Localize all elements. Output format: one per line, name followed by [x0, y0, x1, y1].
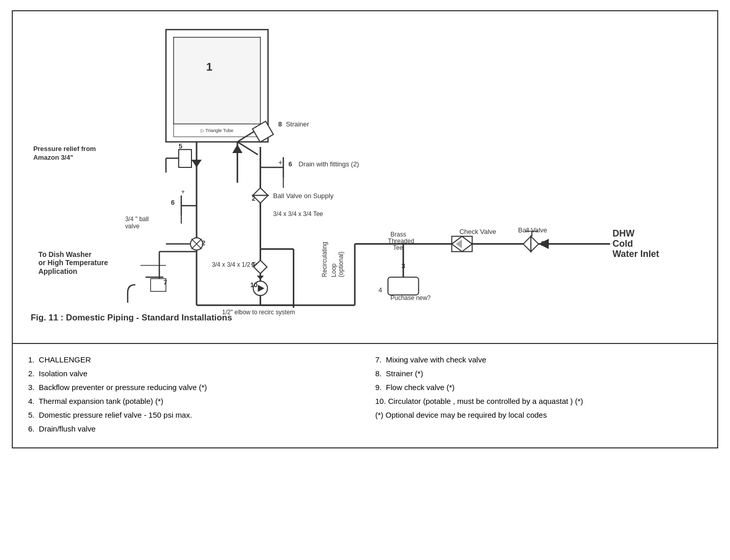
- svg-text:Amazon 3/4": Amazon 3/4": [33, 154, 73, 161]
- svg-marker-6: [191, 160, 202, 167]
- svg-marker-68: [257, 275, 264, 279]
- svg-text:Cold: Cold: [613, 239, 633, 249]
- svg-text:Ball Valve on Supply: Ball Valve on Supply: [273, 192, 334, 200]
- svg-text:Puchase new?: Puchase new?: [391, 294, 431, 301]
- item-num: (*): [375, 411, 385, 419]
- list-item: 7. Mixing valve with check valve: [375, 354, 702, 365]
- svg-text:Check Valve: Check Valve: [459, 228, 496, 235]
- item-num: 3.: [28, 383, 39, 392]
- svg-text:+: +: [181, 188, 185, 196]
- svg-text:Application: Application: [38, 267, 77, 275]
- item-text: Mixing valve with check valve: [386, 355, 486, 364]
- svg-marker-91: [531, 236, 539, 252]
- svg-text:Strainer: Strainer: [286, 120, 309, 128]
- svg-text:To Dish Washer: To Dish Washer: [38, 250, 92, 259]
- list-item: 9. Flow check valve (*): [375, 382, 702, 393]
- list-item: 5. Domestic pressure relief valve - 150 …: [28, 410, 355, 420]
- svg-rect-1: [174, 37, 260, 124]
- svg-text:5: 5: [179, 142, 182, 150]
- legend-right: 7. Mixing valve with check valve 8. Stra…: [375, 354, 702, 437]
- item-text: Flow check valve (*): [386, 383, 455, 392]
- svg-text:+: +: [278, 158, 283, 166]
- list-item: 6. Drain/flush valve: [28, 423, 355, 434]
- svg-text:7: 7: [163, 278, 167, 286]
- diagram-section: ▷ Triangle Tube 1 8 Strainer: [13, 11, 717, 344]
- svg-text:Drain with fittings (2): Drain with fittings (2): [298, 160, 359, 168]
- svg-text:Loop: Loop: [330, 263, 337, 277]
- svg-text:3/4 x 3/4 x 3/4 Tee: 3/4 x 3/4 x 3/4 Tee: [273, 210, 324, 218]
- svg-text:Threaded: Threaded: [388, 238, 414, 245]
- item-text: Optional device may be required by local…: [385, 411, 547, 419]
- item-text: CHALLENGER: [39, 355, 91, 364]
- svg-text:or High Temperature: or High Temperature: [38, 259, 108, 267]
- svg-text:Pressure relief from: Pressure relief from: [33, 145, 96, 153]
- item-text: Drain/flush valve: [39, 424, 96, 433]
- list-item: (*) Optional device may be required by l…: [375, 410, 702, 420]
- svg-text:Fig. 11  : Domestic Piping - S: Fig. 11 : Domestic Piping - Standard Ins…: [31, 313, 232, 322]
- svg-marker-90: [523, 236, 531, 252]
- list-item: 10. Circulator (potable , must be contro…: [375, 396, 702, 406]
- item-text: Circulator (potable , must be controlled…: [388, 397, 583, 405]
- legend-left: 1. CHALLENGER 2. Isolation valve 3. Back…: [28, 354, 355, 437]
- svg-text:valve: valve: [125, 223, 139, 230]
- svg-text:Recirculating: Recirculating: [321, 242, 328, 277]
- item-num: 6.: [28, 424, 39, 433]
- item-num: 5.: [28, 411, 39, 419]
- svg-text:▷ Triangle Tube: ▷ Triangle Tube: [201, 128, 233, 133]
- svg-text:3/4 " ball: 3/4 " ball: [125, 216, 148, 223]
- item-text: Thermal expansion tank (potable) (*): [39, 397, 163, 405]
- list-item: 8. Strainer (*): [375, 368, 702, 379]
- svg-text:1/2" elbow to recirc system: 1/2" elbow to recirc system: [222, 309, 295, 316]
- svg-text:2: 2: [252, 195, 255, 202]
- item-text: Backflow preventer or pressure reducing …: [39, 383, 207, 392]
- svg-text:Tee: Tee: [393, 244, 403, 251]
- svg-rect-79: [388, 277, 419, 295]
- piping-diagram: ▷ Triangle Tube 1 8 Strainer: [23, 21, 707, 324]
- item-num: 2.: [28, 369, 39, 378]
- svg-text:Ball Valve: Ball Valve: [518, 226, 547, 234]
- svg-rect-29: [179, 149, 191, 167]
- svg-text:3: 3: [401, 262, 405, 270]
- svg-text:9: 9: [251, 261, 255, 269]
- svg-text:(optional): (optional): [337, 252, 345, 277]
- item-num: 8.: [375, 369, 386, 378]
- item-text: Strainer (*): [386, 369, 423, 378]
- legend-right-list: 7. Mixing valve with check valve 8. Stra…: [375, 354, 702, 420]
- item-num: 7.: [375, 355, 386, 364]
- svg-text:DHW: DHW: [613, 228, 635, 239]
- legend-left-list: 1. CHALLENGER 2. Isolation valve 3. Back…: [28, 354, 355, 434]
- list-item: 4. Thermal expansion tank (potable) (*): [28, 396, 355, 406]
- svg-marker-8: [232, 144, 243, 153]
- item-text: Domestic pressure relief valve - 150 psi…: [39, 411, 192, 419]
- list-item: 2. Isolation valve: [28, 368, 355, 379]
- svg-text:8: 8: [278, 120, 282, 128]
- item-num: 1.: [28, 355, 39, 364]
- legend-section: 1. CHALLENGER 2. Isolation valve 3. Back…: [13, 344, 717, 447]
- svg-text:10: 10: [250, 281, 257, 289]
- item-num: 4.: [28, 397, 39, 405]
- svg-text:6: 6: [171, 199, 175, 206]
- item-num: 10.: [375, 397, 388, 405]
- svg-text:4: 4: [378, 286, 382, 294]
- svg-text:Water Inlet: Water Inlet: [613, 249, 659, 259]
- svg-text:Brass: Brass: [391, 231, 406, 238]
- svg-text:1: 1: [206, 60, 212, 73]
- list-item: 3. Backflow preventer or pressure reduci…: [28, 382, 355, 393]
- item-num: 9.: [375, 383, 386, 392]
- svg-text:6: 6: [288, 160, 292, 168]
- main-container: ▷ Triangle Tube 1 8 Strainer: [12, 10, 718, 448]
- list-item: 1. CHALLENGER: [28, 354, 355, 365]
- svg-text:2: 2: [202, 239, 205, 247]
- item-text: Isolation valve: [39, 369, 88, 378]
